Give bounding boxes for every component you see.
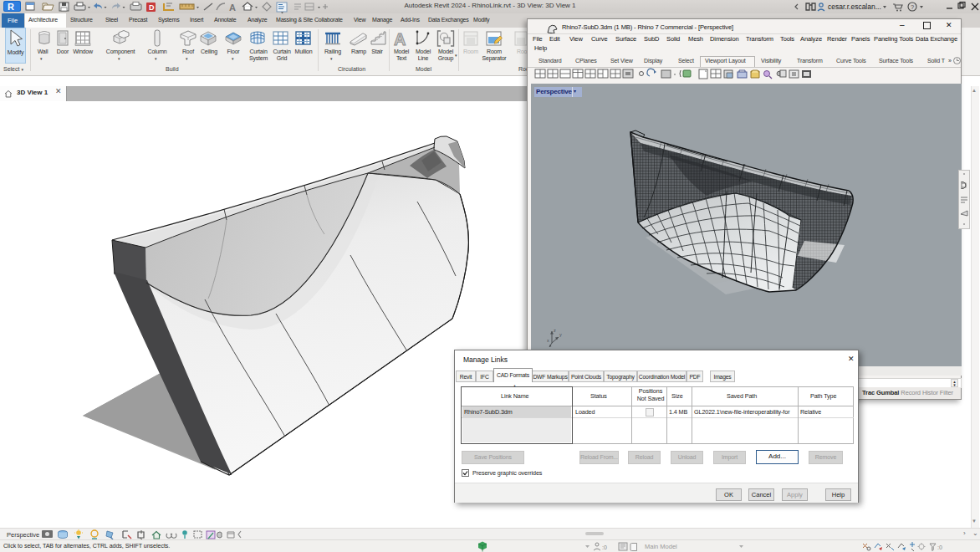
svg-text:R: R [8,2,14,12]
svg-text:A: A [394,30,406,48]
svg-text:Main Model: Main Model [645,543,677,550]
svg-text:x: x [547,338,549,343]
svg-text:cesar.r.escalan...: cesar.r.escalan... [828,3,881,11]
svg-text:?: ? [911,3,914,11]
svg-text:A: A [229,3,236,13]
svg-text::0: :0 [602,544,607,550]
svg-text:z: z [554,328,556,333]
svg-text::0: :0 [937,544,942,550]
svg-text:y: y [559,332,562,337]
svg-text:D: D [149,3,155,12]
